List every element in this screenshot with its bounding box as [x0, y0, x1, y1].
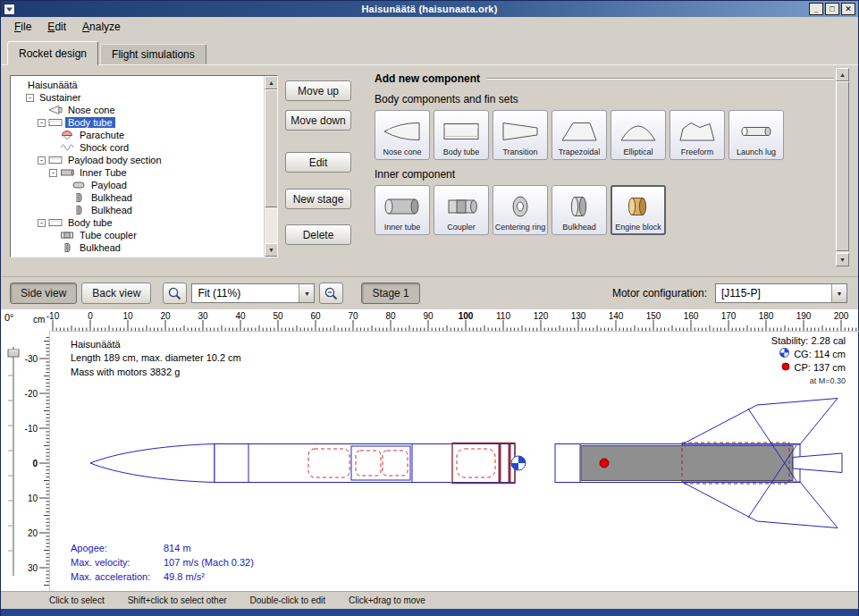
tree-item-bulkhead[interactable]: Bulkhead	[11, 204, 263, 216]
maximize-button[interactable]: □	[825, 3, 839, 15]
scroll-up-icon[interactable]: ▲	[265, 76, 278, 89]
svg-text:70: 70	[348, 311, 358, 321]
window-title: Haisunäätä (haisunaata.ork)	[1, 4, 858, 14]
tree-item-inner-tube[interactable]: -Inner Tube	[11, 166, 263, 179]
tree-item-shock-cord[interactable]: Shock cord	[11, 141, 263, 154]
tree-item-body-tube[interactable]: -Body tube	[11, 216, 263, 229]
menu-edit[interactable]: Edit	[39, 18, 74, 36]
zoom-select[interactable]: Fit (11%) ▼	[191, 283, 315, 303]
close-button[interactable]: ✕	[841, 3, 855, 15]
add-engine-block-button[interactable]: Engine block	[611, 185, 666, 235]
add-freeform-button[interactable]: Freeform	[670, 110, 725, 160]
flight-stat-value: 49.8 m/s²	[164, 570, 205, 585]
move-down-button[interactable]: Move down	[285, 110, 351, 131]
tab-flight-simulations[interactable]: Flight simulations	[100, 44, 206, 64]
zoom-out-button[interactable]	[163, 283, 187, 304]
svg-text:10: 10	[122, 311, 133, 321]
tree-item-payload-body-section[interactable]: -Payload body section	[11, 154, 263, 166]
rocket-drawing[interactable]	[90, 399, 842, 528]
tree-item-payload[interactable]: Payload	[11, 179, 263, 191]
window-menu-icon[interactable]	[4, 4, 15, 15]
tree-item-parachute[interactable]: Parachute	[11, 129, 263, 141]
tree-item-bulkhead[interactable]: Bulkhead	[11, 191, 263, 204]
svg-text:0: 0	[88, 311, 93, 321]
window-bottom-edge	[1, 609, 858, 616]
tree-item-tube-coupler[interactable]: Tube coupler	[11, 229, 263, 241]
tree-item-bulkhead[interactable]: Bulkhead	[11, 241, 263, 254]
component-button-label: Centering ring	[495, 224, 546, 232]
body-tube-a[interactable]	[215, 444, 515, 483]
svg-text:-20: -20	[25, 389, 38, 399]
flight-stat-label: Apogee:	[71, 542, 164, 556]
tree-scrollbar[interactable]: ▲ ▼	[264, 76, 277, 257]
view-toolbar: Side view Back view Fit (11%) ▼ Stage 1 …	[1, 276, 858, 309]
collapse-icon[interactable]: -	[38, 219, 46, 227]
scrollbar-thumb[interactable]	[265, 89, 278, 207]
collapse-icon[interactable]: -	[38, 156, 46, 165]
tab-rocket-design[interactable]: Rocket design	[7, 41, 98, 65]
rocket-view-canvas: -100102030405060708090100110120130140150…	[1, 309, 858, 591]
add-transition-button[interactable]: Transition	[493, 110, 548, 160]
side-view-button[interactable]: Side view	[10, 283, 77, 304]
minimize-button[interactable]: _	[809, 3, 823, 15]
add-centering-ring-button[interactable]: Centering ring	[493, 185, 548, 235]
add-component-title: Add new component	[375, 72, 480, 85]
tree-item-nose-cone[interactable]: Nose cone	[11, 104, 263, 116]
stage-1-button[interactable]: Stage 1	[361, 283, 419, 304]
menu-analyze[interactable]: Analyze	[74, 18, 129, 36]
rotation-slider[interactable]	[8, 347, 19, 576]
svg-text:160: 160	[684, 311, 699, 321]
add-elliptical-button[interactable]: Elliptical	[611, 110, 666, 160]
section-label-inner-component: Inner component	[375, 168, 834, 181]
scrollbar-thumb[interactable]	[836, 81, 849, 251]
edit-button[interactable]: Edit	[285, 152, 351, 173]
add-bulkhead-button[interactable]: Bulkhead	[552, 185, 607, 235]
menu-file[interactable]: File	[6, 18, 39, 36]
add-trapezoidal-button[interactable]: Trapezoidal	[552, 110, 607, 160]
back-view-button[interactable]: Back view	[81, 283, 151, 304]
tree-item-body-tube[interactable]: -Body tube	[11, 116, 263, 129]
scroll-down-icon[interactable]: ▼	[265, 243, 278, 257]
collapse-icon[interactable]: -	[49, 169, 57, 177]
ruler-unit-label: cm	[33, 315, 45, 325]
new-stage-button[interactable]: New stage	[285, 189, 351, 209]
flight-stat-value: 814 m	[164, 542, 191, 556]
move-up-button[interactable]: Move up	[285, 80, 351, 101]
scroll-up-icon[interactable]: ▲	[836, 68, 849, 81]
fin-lower[interactable]	[682, 482, 838, 528]
add-panel-scrollbar[interactable]: ▲ ▼	[835, 68, 848, 266]
component-button-label: Elliptical	[623, 148, 653, 157]
centering-ring-icon	[501, 189, 540, 224]
svg-text:80: 80	[385, 311, 396, 321]
collapse-icon[interactable]: -	[26, 94, 34, 102]
tree-item-haisun-t[interactable]: Haisunäätä	[11, 79, 263, 91]
tree-item-sustainer[interactable]: -Sustainer	[11, 91, 263, 104]
cp-value: CP: 137 cm	[795, 361, 846, 375]
flight-stat-row: Max. velocity:107 m/s (Mach 0.32)	[71, 556, 254, 570]
cg-icon	[779, 348, 789, 361]
zoom-in-button[interactable]	[319, 283, 343, 304]
component-button-label: Trapezoidal	[559, 148, 601, 157]
motor-configuration-select[interactable]: [J115-P] ▼	[715, 283, 847, 303]
status-hint: Click+drag to move	[349, 595, 425, 605]
motor[interactable]	[581, 446, 793, 481]
scroll-down-icon[interactable]: ▼	[836, 253, 849, 266]
status-hint: Click to select	[49, 595, 105, 605]
svg-text:180: 180	[759, 311, 774, 321]
coupler-icon	[60, 230, 74, 240]
nosecone-icon	[48, 105, 63, 115]
delete-button[interactable]: Delete	[285, 224, 351, 245]
fin-upper[interactable]	[682, 399, 838, 445]
add-coupler-button[interactable]: Coupler	[434, 185, 489, 235]
statusbar: Click to selectShift+click to select oth…	[1, 591, 858, 609]
cp-icon	[781, 361, 790, 375]
nose-cone-shape[interactable]	[90, 444, 215, 483]
svg-text:-10: -10	[25, 424, 38, 434]
add-body-tube-button[interactable]: Body tube	[434, 110, 489, 160]
tree-item-label: Body tube	[65, 117, 115, 128]
svg-text:150: 150	[646, 311, 661, 321]
collapse-icon[interactable]: -	[38, 119, 46, 127]
add-inner-tube-button[interactable]: Inner tube	[375, 185, 430, 235]
add-launch-lug-button[interactable]: Launch lug	[728, 110, 784, 160]
add-nose-cone-button[interactable]: Nose cone	[375, 110, 430, 160]
